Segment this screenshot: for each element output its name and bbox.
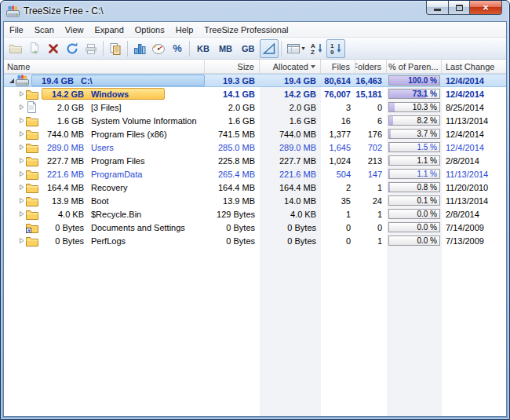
expand-toggle-icon[interactable] xyxy=(16,144,26,151)
last-change-cell: 12/4/2014 xyxy=(442,127,506,141)
row-size-label: 14.2 GB xyxy=(45,89,84,99)
files-cell: 16 xyxy=(321,114,355,127)
menu-item-help[interactable]: Help xyxy=(170,22,199,37)
column-header-files[interactable]: Files xyxy=(321,60,355,73)
row-name: $Recycle.Bin xyxy=(91,210,141,219)
allocated-cell: 227.7 MB xyxy=(260,154,321,167)
tree-row[interactable]: 14.2 GBWindows14.1 GB14.2 GB76,00715,181… xyxy=(4,87,506,100)
tree-row[interactable]: 19.4 GBC:\19.3 GB19.4 GB80,61416,463100.… xyxy=(4,74,506,87)
toolbar-separator xyxy=(189,41,190,57)
column-header-name[interactable]: Name xyxy=(4,60,205,73)
files-cell: 3 xyxy=(321,100,355,114)
auto-units-button[interactable] xyxy=(260,39,279,58)
files-cell: 1 xyxy=(321,207,355,221)
expand-toggle-icon[interactable] xyxy=(16,90,26,97)
column-header-allocated[interactable]: Allocated xyxy=(260,60,321,73)
name-highlight: 289.0 MBUsers xyxy=(42,141,117,153)
column-label: Name xyxy=(7,62,30,71)
sort-by-size-button[interactable]: 19 xyxy=(326,39,345,58)
name-highlight: 227.7 MBProgram Files xyxy=(42,155,148,166)
menu-item-options[interactable]: Options xyxy=(129,22,170,37)
percent-text: 10.3 % xyxy=(413,103,437,111)
menu-item-treesize-professional[interactable]: TreeSize Professional xyxy=(199,22,293,37)
sort-alphabetical-button[interactable]: AZ xyxy=(308,39,326,58)
tree-row[interactable]: 0 BytesDocuments and Settings0 Bytes0 By… xyxy=(4,221,506,234)
menu-item-file[interactable]: File xyxy=(4,22,29,37)
name-cell: 1.6 GBSystem Volume Information xyxy=(4,114,205,127)
allocated-cell: 0 Bytes xyxy=(260,221,321,234)
export-button[interactable] xyxy=(25,39,44,58)
name-cell: 2.0 GB[3 Files] xyxy=(4,100,205,114)
size-cell: 0 Bytes xyxy=(205,234,260,247)
menu-item-scan[interactable]: Scan xyxy=(29,22,60,37)
expand-toggle-icon[interactable] xyxy=(16,197,26,204)
minimize-button[interactable] xyxy=(426,1,449,15)
tree-row[interactable]: 2.0 GB[3 Files]2.0 GB2.0 GB3010.3 %8/25/… xyxy=(4,100,506,114)
tree-row[interactable]: 164.4 MBRecovery164.4 MB164.4 MB210.8 %1… xyxy=(4,181,506,194)
tree-row[interactable]: 227.7 MBProgram Files225.8 MB227.7 MB1,0… xyxy=(4,154,506,167)
column-header-size[interactable]: Size xyxy=(205,60,260,73)
tree-list-body[interactable]: 19.4 GBC:\19.3 GB19.4 GB80,61416,463100.… xyxy=(4,74,506,416)
tree-row[interactable]: 1.6 GBSystem Volume Information1.6 GB1.6… xyxy=(4,114,506,127)
expand-toggle-icon[interactable] xyxy=(16,130,26,137)
copy-button[interactable] xyxy=(106,39,125,58)
expand-toggle-icon[interactable] xyxy=(16,184,26,191)
tree-row[interactable]: 0 BytesPerfLogs0 Bytes0 Bytes010.0 %7/13… xyxy=(4,234,506,247)
mb-units-button[interactable]: MB xyxy=(214,39,237,58)
tree-row[interactable]: 4.0 KB$Recycle.Bin129 Bytes4.0 KB110.0 %… xyxy=(4,207,506,221)
tree-row[interactable]: 744.0 MBProgram Files (x86)741.5 MB744.0… xyxy=(4,127,506,141)
last-change-cell: 8/25/2014 xyxy=(442,100,506,114)
files-cell: 35 xyxy=(321,194,355,207)
expand-toggle-icon[interactable] xyxy=(16,104,26,111)
folders-cell: 1 xyxy=(355,234,387,247)
folders-cell: 16,463 xyxy=(355,75,387,86)
tree-row[interactable]: 289.0 MBUsers285.0 MB289.0 MB1,6457021.5… xyxy=(4,141,506,154)
row-name: [3 Files] xyxy=(91,103,122,112)
column-header-percent-of-parent[interactable]: % of Paren... xyxy=(387,60,442,73)
gb-units-button[interactable]: GB xyxy=(237,39,260,58)
allocated-cell: 0 Bytes xyxy=(260,234,321,247)
percent-text: 100.0 % xyxy=(408,76,437,85)
gauge-button[interactable] xyxy=(149,39,168,58)
last-change-cell: 11/13/2014 xyxy=(442,167,506,181)
expand-toggle-icon[interactable] xyxy=(16,157,26,164)
maximize-button[interactable] xyxy=(449,1,470,15)
kb-units-button[interactable]: KB xyxy=(192,39,214,58)
refresh-button[interactable] xyxy=(63,39,82,58)
refresh-icon xyxy=(65,42,79,56)
files-cell: 76,007 xyxy=(321,87,355,100)
expand-toggle-icon[interactable] xyxy=(16,210,26,217)
last-change-cell: 11/13/2014 xyxy=(442,194,506,207)
row-name: Windows xyxy=(91,89,129,99)
size-cell: 14.1 GB xyxy=(205,87,260,100)
collapse-toggle-icon[interactable] xyxy=(6,77,16,84)
name-cell: 0 BytesDocuments and Settings xyxy=(4,221,205,234)
expand-toggle-icon[interactable] xyxy=(16,117,26,124)
delete-button[interactable] xyxy=(44,39,63,58)
menu-item-view[interactable]: View xyxy=(60,22,89,37)
name-highlight: 19.4 GBC:\ xyxy=(31,75,205,86)
expand-toggle-icon[interactable] xyxy=(16,170,26,177)
bar-chart-button[interactable] xyxy=(130,39,149,58)
percent-cell: 0.0 % xyxy=(387,207,442,221)
column-label: Files xyxy=(332,62,350,71)
select-directory-button[interactable] xyxy=(6,39,25,58)
print-button[interactable] xyxy=(82,39,100,58)
tree-row[interactable]: 13.9 MBBoot13.9 MB14.0 MB35240.1 %11/13/… xyxy=(4,194,506,207)
tree-row[interactable]: 221.6 MBProgramData265.4 MB221.6 MB50414… xyxy=(4,167,506,181)
view-mode-button[interactable]: ▾ xyxy=(284,39,308,58)
drive-icon xyxy=(16,75,31,86)
size-cell: 265.4 MB xyxy=(205,167,260,181)
last-change-cell: 12/4/2014 xyxy=(442,75,506,86)
row-name: C:\ xyxy=(81,76,93,86)
percent-button[interactable]: % xyxy=(168,39,187,58)
file-list: Name Size Allocated Files Folders % of P… xyxy=(4,60,506,416)
details-view-icon xyxy=(286,42,301,56)
expand-toggle-icon[interactable] xyxy=(16,237,26,244)
size-cell: 225.8 MB xyxy=(205,154,260,167)
close-button[interactable]: × xyxy=(470,1,502,15)
menu-item-expand[interactable]: Expand xyxy=(89,22,129,37)
column-header-last-change[interactable]: Last Change xyxy=(442,60,506,73)
column-header-folders[interactable]: Folders xyxy=(355,60,387,73)
row-name: System Volume Information xyxy=(91,116,197,126)
